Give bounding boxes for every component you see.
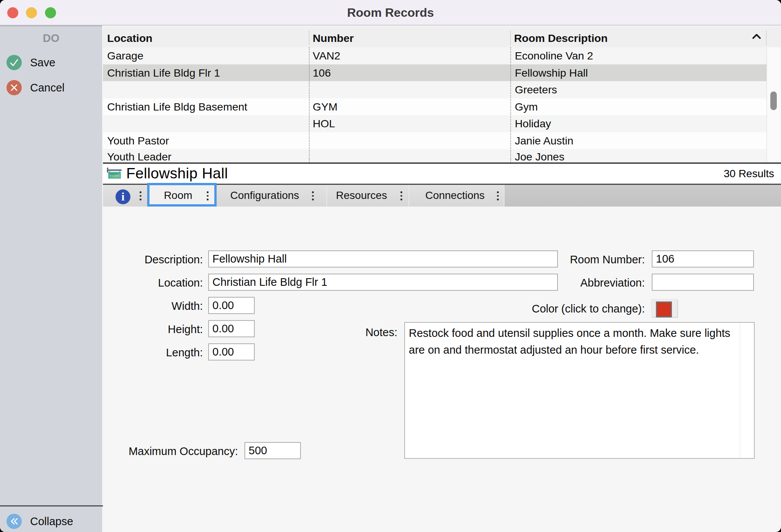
svg-text:ROOMS: ROOMS	[109, 175, 120, 177]
